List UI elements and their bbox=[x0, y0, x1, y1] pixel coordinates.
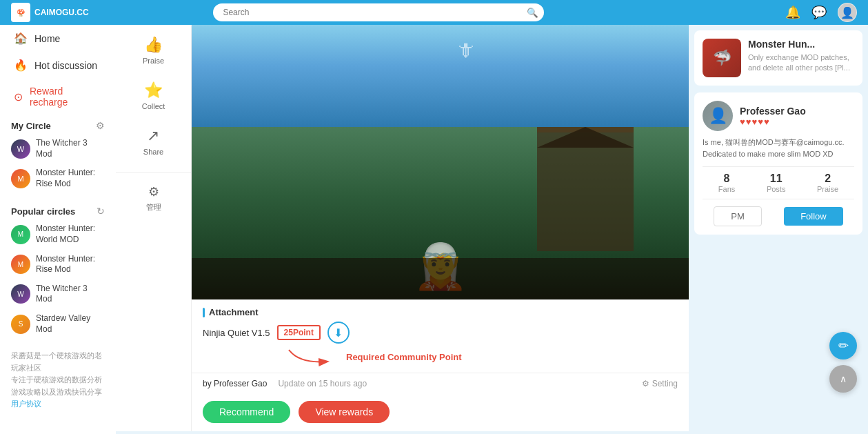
content-area: 👍 Praise ⭐ Collect ↗ Share ⚙ 管理 bbox=[116, 25, 689, 434]
stat-fans: 8 Fans bbox=[718, 172, 735, 193]
sidebar-item-mhrise2[interactable]: M Monster Hunter: Rise Mod bbox=[0, 250, 116, 279]
setting-icon: ⚙ bbox=[642, 379, 649, 388]
collect-icon: ⭐ bbox=[144, 81, 163, 99]
post-setting[interactable]: ⚙ Setting bbox=[642, 379, 678, 388]
manage-label: 管理 bbox=[146, 202, 161, 213]
view-rewards-button[interactable]: View rewards bbox=[299, 401, 390, 423]
mh-card-desc: Only exchange MOD patches, and delete al… bbox=[748, 52, 854, 74]
hot-label: Hot discussion bbox=[34, 60, 97, 71]
footer-line3: 游戏攻略以及游戏快讯分享 bbox=[11, 386, 105, 399]
stat-posts: 11 Posts bbox=[767, 172, 786, 193]
home-label: Home bbox=[34, 33, 60, 44]
monster-hunter-card: 🦈 Monster Hun... Only exchange MOD patch… bbox=[694, 30, 862, 86]
fab-area: ✏ ∧ bbox=[829, 332, 857, 393]
mhrise-name: Monster Hunter: Rise Mod bbox=[36, 168, 105, 189]
download-button[interactable]: ⬇ bbox=[327, 322, 350, 344]
footer-line2: 专注于硬核游戏的数据分析 bbox=[11, 374, 105, 386]
profile-name: Professer Gao bbox=[740, 106, 806, 117]
sidebar-item-reward[interactable]: ⊙ Reward recharge bbox=[0, 79, 116, 115]
stat-praise: 2 Praise bbox=[817, 172, 838, 193]
praise-count: 2 bbox=[817, 172, 838, 185]
sidebar-item-mhworld[interactable]: M Monster Hunter: World MOD bbox=[0, 219, 116, 249]
main-layout: 🏠 Home 🔥 Hot discussion ⊙ Reward recharg… bbox=[0, 25, 868, 434]
reward-label: Reward recharge bbox=[30, 86, 102, 108]
logo-icon: 🍄 bbox=[11, 3, 30, 22]
attachment-filename: Ninjia Quiet V1.5 bbox=[203, 328, 270, 338]
mhrise-thumb: M bbox=[11, 169, 30, 188]
praise-button[interactable]: 👍 Praise bbox=[143, 36, 164, 65]
home-icon: 🏠 bbox=[14, 32, 28, 45]
navbar: 🍄 CAIMOGU.CC 🔍 🔔 💬 👤 bbox=[0, 0, 868, 25]
navbar-icons: 🔔 💬 👤 bbox=[785, 3, 857, 22]
witcher3-name: The Witcher 3 Mod bbox=[36, 138, 105, 159]
search-bar: 🔍 bbox=[213, 3, 544, 21]
profile-stats: 8 Fans 11 Posts 2 Praise bbox=[703, 166, 854, 199]
post-image-top: 🗡 bbox=[192, 25, 689, 127]
logo[interactable]: 🍄 CAIMOGU.CC bbox=[11, 3, 89, 22]
mh-card-header: 🦈 Monster Hun... Only exchange MOD patch… bbox=[703, 39, 854, 77]
share-button[interactable]: ↗ Share bbox=[143, 127, 163, 156]
mhworld-thumb: M bbox=[11, 225, 30, 244]
collect-button[interactable]: ⭐ Collect bbox=[142, 81, 165, 110]
download-icon: ⬇ bbox=[334, 326, 343, 339]
posts-label: Posts bbox=[767, 185, 786, 193]
refresh-icon[interactable]: ↻ bbox=[97, 206, 105, 217]
stardew-name: Stardew Valley Mod bbox=[36, 313, 105, 335]
manage-button[interactable]: ⚙ 管理 bbox=[116, 172, 191, 213]
fans-label: Fans bbox=[718, 185, 735, 193]
footer-line1: 采蘑菇是一个硬核游戏的老玩家社区 bbox=[11, 350, 105, 374]
post-images: 🗡 🧝 Attachment bbox=[192, 25, 689, 431]
profile-bio: Is me, 猫叫兽的MOD与赛车@caimogu.cc. Dedicated … bbox=[703, 137, 854, 159]
posts-count: 11 bbox=[767, 172, 786, 185]
pm-button[interactable]: PM bbox=[714, 206, 762, 226]
reward-icon: ⊙ bbox=[14, 90, 23, 103]
manage-icon: ⚙ bbox=[148, 184, 159, 199]
post-image-bottom: 🧝 bbox=[192, 127, 689, 299]
by-label: by bbox=[203, 379, 212, 388]
settings-icon[interactable]: ⚙ bbox=[96, 120, 105, 131]
search-input[interactable] bbox=[213, 3, 544, 21]
profile-actions: PM Follow bbox=[703, 206, 854, 226]
sidebar-item-mhrise[interactable]: M Monster Hunter: Rise Mod bbox=[0, 164, 116, 193]
sidebar-item-stardew[interactable]: S Stardew Valley Mod bbox=[0, 309, 116, 339]
popular-circles-section: Popular circles ↻ bbox=[0, 200, 116, 219]
popular-circles-title: Popular circles bbox=[11, 206, 75, 217]
profile-header: 👤 Professer Gao ♥♥♥♥♥ bbox=[703, 101, 854, 131]
action-panel: 👍 Praise ⭐ Collect ↗ Share ⚙ 管理 bbox=[116, 25, 192, 431]
sidebar-item-home[interactable]: 🏠 Home bbox=[0, 25, 116, 52]
avatar[interactable]: 👤 bbox=[838, 3, 857, 22]
search-button[interactable]: 🔍 bbox=[527, 8, 538, 18]
fab-top-button[interactable]: ∧ bbox=[829, 365, 857, 393]
footer-link[interactable]: 用户协议 bbox=[11, 399, 105, 409]
recommend-button[interactable]: Recommend bbox=[203, 401, 290, 423]
mhrise2-name: Monster Hunter: Rise Mod bbox=[36, 254, 105, 275]
post-meta: by Professer Gao Update on 15 hours ago … bbox=[192, 373, 689, 394]
sidebar-item-hot[interactable]: 🔥 Hot discussion bbox=[0, 52, 116, 79]
fab-edit-button[interactable]: ✏ bbox=[829, 332, 857, 359]
share-icon: ↗ bbox=[147, 127, 159, 145]
collect-label: Collect bbox=[142, 102, 165, 110]
notification-button[interactable]: 🔔 bbox=[785, 5, 800, 20]
post-author: by Professer Gao bbox=[203, 379, 267, 388]
annotation-text: Required Community Point bbox=[346, 352, 462, 362]
follow-button[interactable]: Follow bbox=[784, 207, 843, 226]
mh-card-thumb: 🦈 bbox=[703, 39, 741, 77]
profile-name-area: Professer Gao ♥♥♥♥♥ bbox=[740, 106, 806, 127]
edit-icon: ✏ bbox=[838, 338, 849, 353]
sidebar-item-witcher3[interactable]: W The Witcher 3 Mod bbox=[0, 134, 116, 164]
flying-figure: 🗡 bbox=[456, 39, 475, 61]
post-action-buttons: Recommend View rewards bbox=[192, 394, 689, 431]
sidebar-item-witcher3b[interactable]: W The Witcher 3 Mod bbox=[0, 279, 116, 309]
witcher3b-name: The Witcher 3 Mod bbox=[36, 284, 105, 305]
attachment-row: Ninjia Quiet V1.5 25Point ⬇ bbox=[203, 322, 678, 344]
attachment-title: Attachment bbox=[209, 307, 259, 317]
post-layout: 👍 Praise ⭐ Collect ↗ Share ⚙ 管理 bbox=[116, 25, 689, 431]
annotation: Required Community Point bbox=[285, 346, 678, 367]
chat-button[interactable]: 💬 bbox=[811, 5, 827, 20]
setting-label: Setting bbox=[652, 379, 678, 388]
profile-card: 👤 Professer Gao ♥♥♥♥♥ Is me, 猫叫兽的MOD与赛车@… bbox=[694, 92, 862, 235]
fans-count: 8 bbox=[718, 172, 735, 185]
attachment-section: Attachment Ninjia Quiet V1.5 25Point ⬇ bbox=[192, 299, 689, 373]
hot-icon: 🔥 bbox=[14, 59, 28, 72]
my-circle-title: My Circle bbox=[11, 121, 51, 131]
